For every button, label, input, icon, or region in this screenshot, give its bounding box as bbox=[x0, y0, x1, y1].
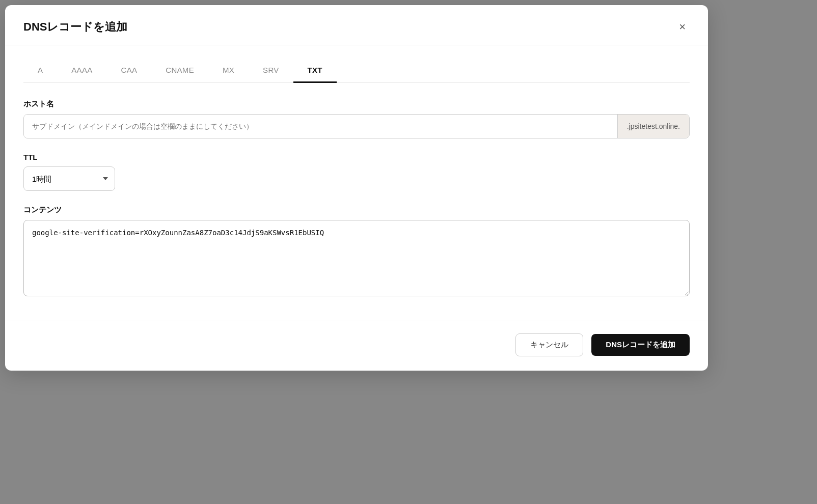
close-button[interactable]: × bbox=[675, 19, 690, 35]
modal-title: DNSレコードを追加 bbox=[23, 19, 127, 35]
ttl-select-wrapper: 1時間 30分 5分 自動 bbox=[23, 166, 115, 191]
ttl-select[interactable]: 1時間 30分 5分 自動 bbox=[23, 166, 115, 191]
tabs-container: A AAAA CAA CNAME MX SRV TXT bbox=[23, 61, 690, 83]
content-label: コンテンツ bbox=[23, 205, 690, 215]
tab-cname[interactable]: CNAME bbox=[151, 61, 208, 83]
hostname-input-wrapper: .jpsitetest.online. bbox=[23, 114, 690, 138]
hostname-suffix: .jpsitetest.online. bbox=[617, 115, 689, 138]
tab-a[interactable]: A bbox=[23, 61, 57, 83]
tab-caa[interactable]: CAA bbox=[107, 61, 152, 83]
tab-srv[interactable]: SRV bbox=[249, 61, 293, 83]
hostname-label: ホスト名 bbox=[23, 99, 690, 109]
modal-body: A AAAA CAA CNAME MX SRV TXT ホスト名 .jpsite… bbox=[5, 45, 708, 313]
modal-header: DNSレコードを追加 × bbox=[5, 5, 708, 45]
ttl-group: TTL 1時間 30分 5分 自動 bbox=[23, 153, 690, 191]
modal-overlay: DNSレコードを追加 × A AAAA CAA CNAME MX SRV TXT… bbox=[0, 0, 817, 504]
hostname-input[interactable] bbox=[24, 115, 617, 138]
modal-footer: キャンセル DNSレコードを追加 bbox=[5, 321, 708, 371]
submit-button[interactable]: DNSレコードを追加 bbox=[591, 334, 690, 356]
hostname-group: ホスト名 .jpsitetest.online. bbox=[23, 99, 690, 138]
tab-mx[interactable]: MX bbox=[208, 61, 249, 83]
content-group: コンテンツ google-site-verification=rXOxyZoun… bbox=[23, 205, 690, 298]
tab-aaaa[interactable]: AAAA bbox=[57, 61, 106, 83]
tab-txt[interactable]: TXT bbox=[293, 61, 337, 83]
ttl-label: TTL bbox=[23, 153, 690, 161]
content-textarea[interactable]: google-site-verification=rXOxyZounnZasA8… bbox=[23, 220, 690, 296]
cancel-button[interactable]: キャンセル bbox=[515, 333, 583, 356]
dns-record-modal: DNSレコードを追加 × A AAAA CAA CNAME MX SRV TXT… bbox=[5, 5, 708, 371]
